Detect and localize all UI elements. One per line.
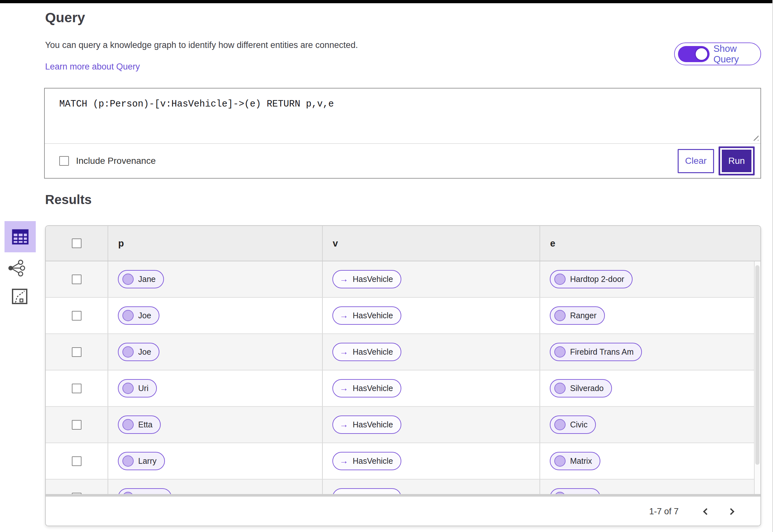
node-pill[interactable]: Firebird Trans Am: [550, 343, 642, 361]
query-editor[interactable]: MATCH (p:Person)-[v:HasVehicle]->(e) RET…: [45, 89, 760, 109]
network-view-icon: [7, 259, 26, 277]
resize-handle-icon[interactable]: [751, 134, 759, 141]
table-row: Joe →HasVehicle Firebird Trans Am: [46, 334, 760, 370]
node-pill[interactable]: Larry: [118, 452, 165, 470]
node-label: Uri: [138, 384, 148, 393]
table-view-icon: [12, 229, 29, 245]
node-label: Matrix: [570, 456, 592, 466]
pagination-prev-button[interactable]: [698, 504, 713, 519]
row-checkbox[interactable]: [72, 384, 81, 393]
node-pill[interactable]: Hardtop 2-door: [550, 270, 633, 288]
table-header-row: p v e: [46, 226, 760, 261]
edge-label: HasVehicle: [353, 347, 393, 357]
toggle-knob: [695, 47, 708, 61]
view-switcher-network[interactable]: [7, 259, 26, 277]
node-pill[interactable]: Silverado: [550, 379, 612, 397]
edge-pill[interactable]: →HasVehicle: [332, 415, 401, 434]
edge-arrow-icon: →: [340, 311, 348, 320]
node-icon: [554, 455, 565, 467]
node-label: Joe: [138, 347, 151, 357]
node-icon: [554, 274, 565, 285]
node-icon: [554, 419, 565, 430]
edge-arrow-icon: →: [340, 420, 348, 429]
table-row: Etta →HasVehicle Civic: [46, 407, 760, 443]
edge-arrow-icon: →: [340, 384, 348, 393]
row-checkbox[interactable]: [72, 311, 81, 321]
node-pill[interactable]: Joe: [118, 343, 159, 361]
run-button[interactable]: Run: [719, 146, 755, 175]
node-pill[interactable]: Matrix: [550, 488, 601, 494]
node-label: Jane: [138, 275, 155, 284]
pagination-next-button[interactable]: [724, 504, 739, 519]
include-provenance-checkbox[interactable]: [59, 156, 69, 166]
toggle-switch-icon[interactable]: [678, 46, 710, 62]
row-checkbox[interactable]: [72, 456, 81, 466]
node-pill[interactable]: Joe: [118, 306, 159, 325]
clear-button[interactable]: Clear: [678, 149, 714, 173]
table-row: Joe →HasVehicle Ranger: [46, 298, 760, 334]
node-pill[interactable]: Uri: [118, 379, 157, 397]
view-switcher-map[interactable]: [12, 288, 28, 304]
vertical-scrollbar[interactable]: [754, 261, 760, 494]
node-pill[interactable]: Ranger: [550, 306, 605, 325]
node-label: Matrix: [570, 493, 592, 494]
row-checkbox[interactable]: [72, 275, 81, 284]
column-header-v: v: [323, 226, 540, 261]
node-icon: [554, 346, 565, 358]
show-query-label: Show Query: [713, 43, 757, 65]
horizontal-scrollbar[interactable]: [46, 494, 760, 497]
edge-pill[interactable]: →HasVehicle: [332, 306, 401, 325]
edge-arrow-icon: →: [340, 493, 348, 494]
edge-label: HasVehicle: [353, 311, 393, 320]
vertical-scrollbar-thumb[interactable]: [755, 265, 759, 465]
chevron-right-icon: [727, 508, 734, 515]
edge-arrow-icon: →: [340, 348, 348, 356]
view-switcher-table[interactable]: [5, 221, 36, 252]
include-provenance-label: Include Provenance: [76, 156, 156, 166]
node-icon: [122, 419, 134, 430]
node-icon: [122, 383, 134, 394]
node-label: Joe: [138, 311, 151, 320]
learn-more-link[interactable]: Learn more about Query: [45, 62, 140, 72]
column-header-p: p: [108, 226, 323, 261]
edge-pill[interactable]: →HasVehicle: [332, 270, 401, 288]
table-row: Lauren →HasVehicle Matrix: [46, 480, 760, 494]
results-title: Results: [45, 192, 92, 207]
edge-pill[interactable]: →HasVehicle: [332, 452, 401, 470]
node-label: Ranger: [570, 311, 597, 320]
query-page: Query You can query a knowledge graph to…: [0, 0, 773, 532]
map-view-icon: [12, 288, 28, 304]
edge-pill[interactable]: →HasVehicle: [332, 488, 401, 494]
top-border-bar: [0, 0, 773, 3]
node-label: Hardtop 2-door: [570, 275, 624, 284]
query-editor-footer: Include Provenance Clear Run: [45, 144, 760, 178]
node-label: Etta: [138, 420, 152, 429]
query-description: You can query a knowledge graph to ident…: [45, 40, 358, 50]
node-pill[interactable]: Matrix: [550, 452, 601, 470]
page-title: Query: [45, 10, 85, 25]
pagination-range: 1-7 of 7: [649, 507, 679, 517]
node-label: Silverado: [570, 384, 604, 393]
node-label: Lauren: [138, 493, 163, 494]
edge-pill[interactable]: →HasVehicle: [332, 379, 401, 397]
show-query-toggle[interactable]: Show Query: [674, 42, 761, 65]
table-row: Uri →HasVehicle Silverado: [46, 370, 760, 407]
edge-label: HasVehicle: [353, 493, 393, 494]
row-checkbox[interactable]: [72, 420, 81, 430]
node-pill[interactable]: Etta: [118, 415, 161, 434]
edge-label: HasVehicle: [353, 384, 393, 393]
chevron-left-icon: [703, 508, 710, 515]
column-header-e: e: [540, 226, 760, 261]
node-pill[interactable]: Jane: [118, 270, 164, 288]
node-pill[interactable]: Lauren: [118, 488, 172, 494]
table-row: Jane →HasVehicle Hardtop 2-door: [46, 261, 760, 298]
node-icon: [122, 274, 134, 285]
node-icon: [122, 346, 134, 358]
edge-pill[interactable]: →HasVehicle: [332, 343, 401, 361]
node-pill[interactable]: Civic: [550, 415, 596, 434]
row-checkbox[interactable]: [72, 493, 81, 494]
select-all-checkbox[interactable]: [72, 238, 81, 248]
row-checkbox[interactable]: [72, 347, 81, 357]
node-label: Civic: [570, 420, 588, 429]
node-icon: [554, 492, 565, 494]
